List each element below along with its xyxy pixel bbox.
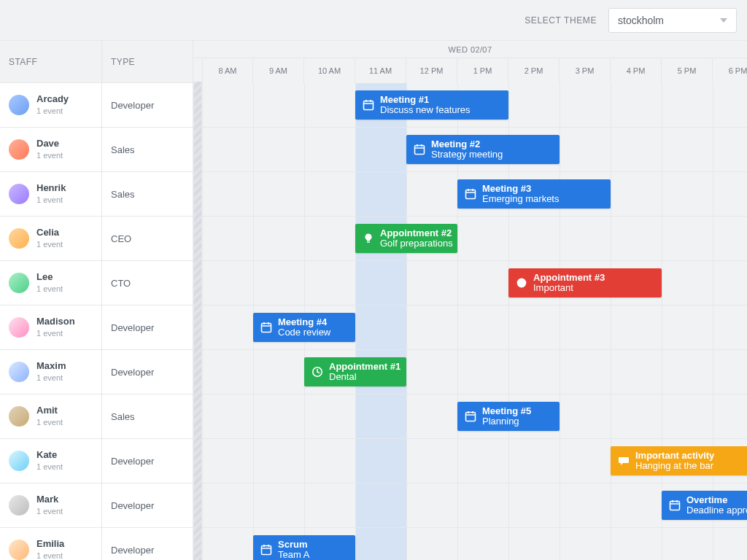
staff-name: Madison: [36, 316, 75, 327]
calendar-icon: [465, 411, 476, 422]
staff-cell[interactable]: Arcady1 event: [0, 83, 102, 127]
hour-cell[interactable]: 3 PM: [560, 58, 611, 83]
staff-sub: 1 event: [36, 507, 63, 516]
staff-sub: 1 event: [36, 240, 63, 249]
event[interactable]: ScrumTeam A: [253, 535, 355, 560]
event-sub: Deadline approaching: [686, 505, 747, 516]
event-title: Meeting #1: [380, 95, 471, 105]
staff-name: Emilia: [36, 539, 64, 550]
staff-cell[interactable]: Lee1 event: [0, 261, 102, 305]
hour-cell[interactable]: 4 PM: [611, 58, 662, 83]
left-column-headers: STAFF TYPE: [0, 41, 193, 83]
hour-cell[interactable]: 5 PM: [662, 58, 713, 83]
type-cell: Developer: [102, 483, 193, 527]
staff-cell[interactable]: Madison1 event: [0, 306, 102, 349]
event-title: Meeting #3: [482, 184, 559, 194]
event[interactable]: Appointment #3Important: [508, 268, 662, 298]
left-columns: STAFF TYPE Arcady1 eventDeveloperDave1 e…: [0, 41, 193, 560]
event[interactable]: Meeting #3Emerging markets: [457, 179, 611, 209]
avatar: [9, 95, 29, 115]
event[interactable]: Appointment #1Dental: [304, 357, 406, 386]
timeline-row[interactable]: [193, 217, 747, 261]
staff-row: Dave1 eventSales: [0, 128, 193, 172]
theme-select[interactable]: stockholm: [608, 8, 737, 33]
staff-sub: 1 event: [36, 373, 66, 383]
staff-row: Lee1 eventCTO: [0, 261, 193, 306]
staff-cell[interactable]: Maxim1 event: [0, 350, 102, 394]
event-title: Appointment #1: [329, 362, 400, 372]
event[interactable]: Meeting #2Strategy meeting: [406, 135, 560, 164]
staff-sub: 1 event: [36, 151, 63, 160]
avatar: [9, 184, 29, 204]
timeline-header: WED 02/07 8 AM9 AM10 AM11 AM12 PM1 PM2 P…: [193, 41, 747, 83]
hour-cell[interactable]: 9 AM: [253, 58, 304, 83]
staff-cell[interactable]: Dave1 event: [0, 128, 102, 171]
staff-row: Madison1 eventDeveloper: [0, 306, 193, 350]
event-sub: Team A: [278, 550, 309, 560]
bulb-icon: [363, 233, 374, 244]
hour-cell[interactable]: 1 PM: [457, 58, 508, 83]
event-title: Scrum: [278, 540, 309, 550]
event[interactable]: Meeting #1Discuss new features: [355, 90, 508, 120]
avatar: [9, 317, 29, 338]
event[interactable]: OvertimeDeadline approaching: [662, 491, 747, 520]
staff-row: Kate1 eventDeveloper: [0, 439, 193, 483]
staff-row: Celia1 eventCEO: [0, 217, 193, 261]
staff-name: Kate: [36, 450, 63, 461]
clock-icon: [311, 366, 323, 378]
column-splitter[interactable]: [193, 82, 202, 560]
staff-cell[interactable]: Mark1 event: [0, 483, 102, 527]
staff-sub: 1 event: [36, 106, 69, 116]
avatar: [9, 495, 29, 516]
staff-cell[interactable]: Henrik1 event: [0, 172, 102, 216]
hour-cell[interactable]: 10 AM: [304, 58, 355, 83]
type-cell: CEO: [102, 217, 193, 260]
col-header-staff[interactable]: STAFF: [0, 41, 102, 82]
event-sub: Emerging markets: [482, 194, 559, 204]
hour-cell[interactable]: 8 AM: [202, 58, 253, 83]
col-header-type[interactable]: TYPE: [102, 41, 193, 82]
event[interactable]: Meeting #4Code review: [253, 313, 355, 342]
staff-cell[interactable]: Celia1 event: [0, 217, 102, 260]
topbar: SELECT THEME stockholm: [0, 0, 747, 41]
type-cell: Developer: [102, 439, 193, 483]
staff-row: Mark1 eventDeveloper: [0, 483, 193, 528]
staff-name: Henrik: [36, 183, 66, 194]
event[interactable]: Important activityHanging at the bar: [611, 446, 747, 475]
timeline-body[interactable]: Meeting #1Discuss new featuresMeeting #2…: [193, 83, 747, 560]
chevron-down-icon: [720, 18, 727, 23]
avatar: [9, 540, 29, 560]
event-sub: Code review: [278, 327, 330, 338]
type-cell: Developer: [102, 83, 193, 127]
staff-cell[interactable]: Emilia1 event: [0, 528, 102, 560]
staff-cell[interactable]: Amit1 event: [0, 394, 102, 438]
hour-cell[interactable]: 12 PM: [406, 58, 457, 83]
calendar-icon: [363, 99, 374, 111]
staff-cell[interactable]: Kate1 event: [0, 439, 102, 483]
staff-name: Lee: [36, 272, 63, 283]
scheduler: STAFF TYPE Arcady1 eventDeveloperDave1 e…: [0, 41, 747, 560]
event-sub: Dental: [329, 372, 400, 382]
avatar: [9, 273, 29, 293]
staff-sub: 1 event: [36, 284, 63, 294]
timeline-row[interactable]: [193, 261, 747, 306]
hour-cell[interactable]: 2 PM: [508, 58, 560, 83]
event[interactable]: Meeting #5Planning: [457, 402, 560, 431]
type-cell: Developer: [102, 528, 193, 560]
event-title: Important activity: [635, 451, 714, 461]
avatar: [9, 228, 29, 249]
staff-row: Maxim1 eventDeveloper: [0, 350, 193, 394]
event[interactable]: Appointment #2Golf preparations: [355, 224, 457, 253]
avatar: [9, 406, 29, 427]
hour-cell[interactable]: 11 AM: [355, 58, 406, 83]
calendar-icon: [414, 144, 425, 155]
calendar-icon: [260, 544, 272, 556]
staff-sub: 1 event: [36, 418, 63, 427]
staff-sub: 1 event: [36, 195, 66, 205]
staff-sub: 1 event: [36, 551, 64, 560]
hour-cell[interactable]: 6 PM: [713, 58, 747, 83]
alert-icon: [516, 277, 527, 289]
timeline-hours: 8 AM9 AM10 AM11 AM12 PM1 PM2 PM3 PM4 PM5…: [193, 58, 747, 83]
staff-row: Arcady1 eventDeveloper: [0, 83, 193, 128]
timeline-row[interactable]: [193, 350, 747, 394]
